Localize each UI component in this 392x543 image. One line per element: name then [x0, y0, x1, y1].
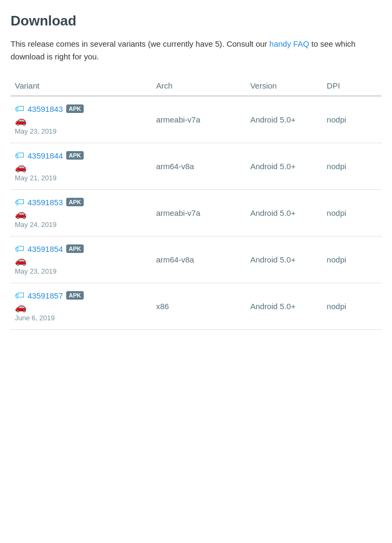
table-row: 🏷 43591854 APK 🚗 May 23, 2019 arm64-v8aA… [11, 237, 381, 283]
car-icon-row: 🚗 [15, 116, 148, 125]
tag-icon: 🏷 [15, 151, 24, 160]
handy-faq-link[interactable]: handy FAQ [270, 39, 309, 48]
version-cell: Android 5.0+ [246, 96, 322, 143]
car-icon-row: 🚗 [15, 209, 148, 218]
variant-top: 🏷 43591857 APK [15, 291, 148, 300]
dpi-cell: nodpi [323, 96, 381, 143]
col-header-version: Version [246, 76, 322, 96]
variant-top: 🏷 43591854 APK [15, 244, 148, 253]
table-row: 🏷 43591853 APK 🚗 May 24, 2019 armeabi-v7… [11, 190, 381, 237]
variant-link[interactable]: 43591844 [28, 151, 63, 160]
downloads-table: Variant Arch Version DPI 🏷 43591843 APK … [11, 76, 381, 330]
version-cell: Android 5.0+ [246, 237, 322, 283]
variant-date: May 21, 2019 [15, 174, 148, 182]
dpi-cell: nodpi [323, 143, 381, 190]
page-title: Download [11, 13, 381, 29]
arch-cell: armeabi-v7a [152, 190, 246, 237]
version-cell: Android 5.0+ [246, 283, 322, 330]
variant-top: 🏷 43591843 APK [15, 104, 148, 113]
version-cell: Android 5.0+ [246, 143, 322, 190]
car-icon: 🚗 [15, 255, 26, 266]
arch-cell: armeabi-v7a [152, 96, 246, 143]
variant-top: 🏷 43591844 APK [15, 151, 148, 160]
variant-cell: 🏷 43591857 APK 🚗 June 6, 2019 [15, 291, 148, 322]
col-header-arch: Arch [152, 76, 246, 96]
variant-top: 🏷 43591853 APK [15, 197, 148, 207]
tag-icon: 🏷 [15, 244, 24, 253]
variant-date: June 6, 2019 [15, 314, 148, 322]
apk-badge: APK [66, 151, 84, 160]
variant-link[interactable]: 43591843 [28, 104, 63, 113]
variant-link[interactable]: 43591857 [28, 291, 63, 300]
variant-link[interactable]: 43591854 [28, 244, 63, 253]
arch-cell: arm64-v8a [152, 143, 246, 190]
col-header-variant: Variant [11, 76, 152, 96]
variant-date: May 23, 2019 [15, 267, 148, 275]
arch-cell: x86 [152, 283, 246, 330]
dpi-cell: nodpi [323, 237, 381, 283]
apk-badge: APK [66, 291, 84, 300]
variant-cell: 🏷 43591854 APK 🚗 May 23, 2019 [15, 244, 148, 275]
table-header-row: Variant Arch Version DPI [11, 76, 381, 96]
tag-icon: 🏷 [15, 291, 24, 300]
table-row: 🏷 43591857 APK 🚗 June 6, 2019 x86Android… [11, 283, 381, 330]
version-cell: Android 5.0+ [246, 190, 322, 237]
car-icon: 🚗 [15, 115, 26, 126]
variant-cell: 🏷 43591843 APK 🚗 May 23, 2019 [15, 104, 148, 135]
car-icon-row: 🚗 [15, 302, 148, 312]
table-row: 🏷 43591843 APK 🚗 May 23, 2019 armeabi-v7… [11, 96, 381, 143]
car-icon-row: 🚗 [15, 162, 148, 172]
apk-badge: APK [66, 104, 84, 113]
description-prefix: This release comes in several variants (… [11, 39, 270, 48]
variant-link[interactable]: 43591853 [28, 198, 63, 207]
variant-date: May 23, 2019 [15, 127, 148, 135]
car-icon-row: 🚗 [15, 256, 148, 265]
col-header-dpi: DPI [323, 76, 381, 96]
table-row: 🏷 43591844 APK 🚗 May 21, 2019 arm64-v8aA… [11, 143, 381, 190]
dpi-cell: nodpi [323, 283, 381, 330]
description-text: This release comes in several variants (… [11, 38, 381, 63]
dpi-cell: nodpi [323, 190, 381, 237]
apk-badge: APK [66, 198, 84, 206]
apk-badge: APK [66, 244, 84, 253]
car-icon: 🚗 [15, 302, 26, 312]
arch-cell: arm64-v8a [152, 237, 246, 283]
car-icon: 🚗 [15, 162, 26, 172]
tag-icon: 🏷 [15, 197, 24, 207]
variant-cell: 🏷 43591844 APK 🚗 May 21, 2019 [15, 151, 148, 182]
variant-date: May 24, 2019 [15, 221, 148, 229]
car-icon: 🚗 [15, 208, 26, 219]
tag-icon: 🏷 [15, 104, 24, 113]
variant-cell: 🏷 43591853 APK 🚗 May 24, 2019 [15, 197, 148, 229]
